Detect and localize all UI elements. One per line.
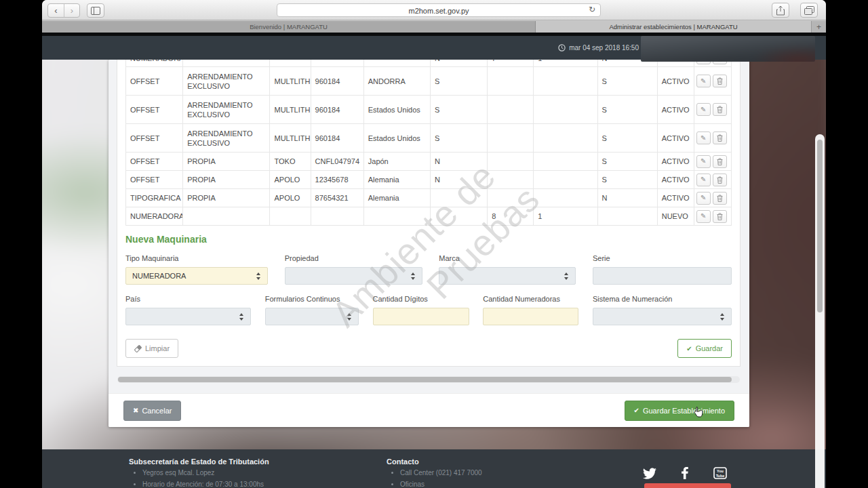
cell-cantidad-numeradoras: 1 <box>534 207 597 226</box>
formularios-continuos-field: Formularios Continuos <box>265 295 359 325</box>
browser-window: ‹ › m2hom.set.gov.py ↻ Bienvenido | MARA… <box>42 0 826 488</box>
cell-cantidad-numeradoras <box>534 96 597 124</box>
cell-estado: ACTIVO <box>657 124 694 152</box>
forward-button[interactable]: › <box>64 4 79 17</box>
edit-row-button[interactable]: ✎ <box>696 192 711 205</box>
pencil-icon: ✎ <box>701 158 706 165</box>
eraser-icon <box>134 345 142 352</box>
share-button[interactable] <box>772 3 789 18</box>
cell-serie: 960184 <box>311 96 363 124</box>
cell-serie <box>311 60 363 67</box>
limpiar-button[interactable]: Limpiar <box>125 339 178 358</box>
propiedad-select[interactable] <box>285 267 422 285</box>
vertical-scrollbar-thumb[interactable] <box>817 140 823 312</box>
cantidad-digitos-input[interactable] <box>373 308 469 325</box>
maquinarias-table: NUMERADORAN71N✎OFFSETARRENDAMIENTO EXCLU… <box>125 60 732 226</box>
cell-cantidad-digitos <box>488 189 534 207</box>
updown-arrows-icon <box>239 313 244 321</box>
horizontal-scrollbar[interactable] <box>117 376 740 383</box>
edit-row-button[interactable]: ✎ <box>696 103 711 116</box>
cantidad-numeradoras-input[interactable] <box>483 308 578 325</box>
cell-tipo-maquinaria: TIPOGRAFICA <box>126 189 183 207</box>
maquinarias-table-wrap: NUMERADORAN71N✎OFFSETARRENDAMIENTO EXCLU… <box>125 60 732 226</box>
tab-label: Administrar establecimientos | MARANGATU <box>609 23 737 30</box>
tipo-maquinaria-select[interactable]: NUMERADORA <box>125 267 268 285</box>
cell-tipo-maquinaria: OFFSET <box>126 96 183 124</box>
datetime-text: mar 04 sep 2018 16:50 <box>569 44 639 52</box>
edit-row-button[interactable]: ✎ <box>696 75 711 87</box>
footer-offices-item: Oficinas <box>400 481 576 488</box>
pencil-icon: ✎ <box>701 195 706 201</box>
delete-row-button[interactable] <box>713 75 727 87</box>
marca-field: Marca <box>439 254 576 285</box>
tab-label: Bienvenido | MARANGATU <box>250 23 328 30</box>
cell-pais: Estados Unidos <box>363 124 430 152</box>
edit-row-button[interactable]: ✎ <box>696 131 711 144</box>
footer-callcenter-item: Call Center (021) 417 7000 <box>400 469 576 476</box>
edit-row-button[interactable]: ✎ <box>696 155 711 168</box>
pais-select[interactable] <box>125 308 251 325</box>
propiedad-label: Propiedad <box>285 254 422 262</box>
cell-cantidad-digitos: 7 <box>488 60 534 67</box>
cantidad-digitos-label: Cantidad Dígitos <box>373 295 469 303</box>
tab-administrar-establecimientos[interactable]: Administrar establecimientos | MARANGATU <box>536 21 811 33</box>
address-bar[interactable]: m2hom.set.gov.py ↻ <box>277 3 601 17</box>
redacted-user-info <box>641 36 815 62</box>
cell-propiedad: PROPIA <box>183 152 270 171</box>
cell-sistema-numeracion: S <box>597 67 657 96</box>
check-icon: ✔ <box>686 345 692 352</box>
trash-icon <box>717 134 723 142</box>
table-row: OFFSETPROPIAAPOLO12345678AlemaniaNSACTIV… <box>126 171 732 189</box>
horizontal-scrollbar-thumb[interactable] <box>118 377 732 382</box>
cell-acciones: ✎ <box>694 152 731 171</box>
cell-acciones: ✎ <box>694 189 731 207</box>
cantidad-numeradoras-label: Cantidad Numeradoras <box>483 295 578 303</box>
pais-field: País <box>125 295 251 325</box>
delete-row-button[interactable] <box>713 131 727 144</box>
guardar-maquinaria-button[interactable]: ✔ Guardar <box>677 339 732 358</box>
tabs-overview-button[interactable] <box>800 3 818 18</box>
cell-estado: ACTIVO <box>657 67 694 96</box>
cell-formularios-continuos: S <box>430 67 487 96</box>
vertical-scrollbar[interactable] <box>815 134 825 488</box>
delete-row-button[interactable] <box>713 192 727 205</box>
sistema-numeracion-select[interactable] <box>593 308 732 325</box>
form-actions: Limpiar ✔ Guardar <box>125 339 732 358</box>
marca-label: Marca <box>439 254 576 262</box>
cell-serie: 12345678 <box>311 171 363 189</box>
site-footer: Subsecretaría de Estado de Tributación Y… <box>42 449 826 488</box>
edit-row-button[interactable]: ✎ <box>696 210 711 223</box>
cantidad-numeradoras-field: Cantidad Numeradoras <box>483 295 578 325</box>
tab-bienvenido[interactable]: Bienvenido | MARANGATU <box>42 21 536 33</box>
cancelar-button[interactable]: ✖ Cancelar <box>123 401 181 421</box>
nueva-maquinaria-title: Nueva Maquinaria <box>125 234 732 245</box>
new-tab-button[interactable]: + <box>811 21 826 33</box>
delete-row-button[interactable] <box>713 174 727 186</box>
table-row: TIPOGRAFICAPROPIAAPOLO87654321AlemaniaNA… <box>126 189 732 207</box>
delete-row-button[interactable] <box>713 103 727 116</box>
footer-alert-button[interactable] <box>644 483 731 488</box>
edit-row-button[interactable]: ✎ <box>696 174 711 186</box>
delete-row-button[interactable] <box>713 210 727 223</box>
cell-cantidad-numeradoras <box>534 67 597 96</box>
cell-formularios-continuos: N <box>430 60 487 67</box>
marca-select[interactable] <box>439 267 576 285</box>
formularios-continuos-select[interactable] <box>265 308 359 325</box>
cell-formularios-continuos: S <box>430 124 487 152</box>
updown-arrows-icon <box>256 272 261 280</box>
reload-icon[interactable]: ↻ <box>589 5 595 14</box>
delete-row-button[interactable] <box>713 155 727 168</box>
guardar-establecimiento-button[interactable]: ✔ Guardar Establecimiento <box>625 401 734 421</box>
back-button[interactable]: ‹ <box>48 4 64 17</box>
tabs-overview-icon <box>804 6 814 15</box>
cell-formularios-continuos: N <box>430 152 487 171</box>
sidebar-toggle-button[interactable] <box>87 3 104 18</box>
cell-serie <box>311 207 363 226</box>
table-row: OFFSETPROPIATOKOCNFL047974JapónNSACTIVO✎ <box>126 152 732 171</box>
cell-propiedad <box>183 60 270 67</box>
trash-icon <box>717 195 723 202</box>
pencil-icon: ✎ <box>701 135 706 142</box>
svg-text:You: You <box>717 469 724 473</box>
cell-propiedad: ARRENDAMIENTO EXCLUSIVO <box>183 67 270 96</box>
serie-input[interactable] <box>593 267 732 285</box>
